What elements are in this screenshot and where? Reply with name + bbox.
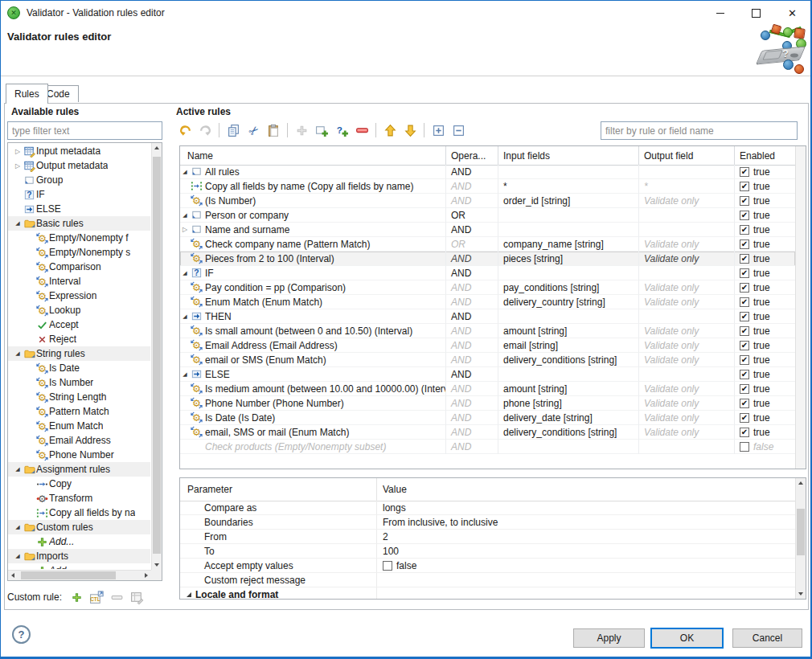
expander-collapsed-icon[interactable]: ▷ [13, 162, 23, 170]
tree-vscroll-thumb[interactable] [153, 157, 161, 554]
tree-item-output-metadata[interactable]: ▷Output metadata [8, 158, 150, 173]
parameter-value-cell[interactable]: 2 [377, 530, 795, 544]
tree-item-string-length[interactable]: ⚙String Length [8, 390, 150, 404]
enabled-checkbox[interactable] [740, 182, 749, 191]
parameter-row-boundaries[interactable]: BoundariesFrom inclusive, to inclusive [180, 515, 795, 530]
help-icon[interactable]: ? [12, 625, 31, 644]
add-condition-button[interactable]: ? [333, 121, 351, 139]
column-header-enabled[interactable]: Enabled [735, 146, 795, 165]
enabled-checkbox[interactable] [740, 428, 749, 437]
maximize-button[interactable] [738, 1, 774, 25]
tree-item-pattern-match[interactable]: ⚙Pattern Match [8, 404, 150, 419]
expander-expanded-icon[interactable]: ◢ [13, 466, 23, 473]
expander-expanded-icon[interactable]: ◢ [13, 553, 23, 559]
parameter-row-accept-empty-values[interactable]: Accept empty valuesfalse [180, 559, 795, 573]
tree-item-basic-rules[interactable]: ◢Basic rules [8, 216, 150, 231]
tree-item-add[interactable]: Add... [8, 563, 150, 569]
move-down-button[interactable] [401, 121, 419, 139]
move-up-button[interactable] [381, 121, 399, 139]
expander-expanded-icon[interactable]: ◢ [13, 524, 23, 530]
expander-expanded-icon[interactable]: ◢ [13, 220, 23, 227]
enabled-checkbox[interactable] [740, 355, 749, 365]
expand-all-button[interactable] [429, 121, 447, 139]
remove-button[interactable] [353, 121, 371, 139]
tree-item-enum-match[interactable]: ⚙Enum Match [8, 419, 150, 433]
enabled-checkbox[interactable] [740, 167, 749, 177]
rules-table-scrollbar[interactable] [795, 146, 806, 469]
scroll-up-icon[interactable] [154, 146, 159, 149]
tree-item-string-rules[interactable]: ◢String rules [8, 346, 150, 361]
apply-button[interactable]: Apply [573, 628, 645, 648]
expander-collapsed-icon[interactable]: ▷ [180, 226, 190, 233]
enabled-checkbox[interactable] [740, 326, 749, 336]
expander-expanded-icon[interactable]: ◢ [180, 313, 190, 320]
rule-row-pay-condition-pp-comparison[interactable]: ⚙Pay condition = pp (Comparison)ANDpay_c… [180, 280, 795, 295]
enabled-checkbox[interactable] [740, 254, 749, 264]
rule-row-is-date-is-date[interactable]: ⚙Is Date (Is Date)ANDdelivery_date [stri… [180, 411, 795, 425]
minimize-button[interactable] [702, 1, 738, 25]
scroll-left-icon[interactable] [11, 573, 14, 578]
expander-expanded-icon[interactable]: ◢ [180, 212, 190, 219]
rule-row-email-or-sms-enum-match[interactable]: ⚙email or SMS (Enum Match)ANDdelivery_co… [180, 353, 795, 367]
tree-item-else[interactable]: ELSE [8, 202, 150, 216]
tree-item-copy-all-fields-by-na[interactable]: Copy all fields by na [8, 506, 150, 520]
tree-item-if[interactable]: ?IF [8, 187, 150, 202]
tree-item-assignment-rules[interactable]: ◢Assignment rules [8, 462, 150, 477]
enabled-checkbox[interactable] [740, 268, 749, 278]
tree-hscroll-thumb[interactable] [21, 571, 116, 579]
rule-row-phone-number-phone-number[interactable]: ⚙Phone Number (Phone Number)ANDphone [st… [180, 396, 795, 411]
tree-item-empty-nonempty-f[interactable]: ⚙Empty/Nonempty f [8, 231, 150, 245]
expander-expanded-icon[interactable] [187, 592, 191, 597]
expander-expanded-icon[interactable]: ◢ [180, 169, 190, 175]
rule-row-check-company-name-pattern-match[interactable]: ⚙Check company name (Pattern Match)ORcom… [180, 237, 795, 252]
rule-row-email-sms-or-mail-enum-match[interactable]: ⚙email, SMS or mail (Enum Match)ANDdeliv… [180, 425, 795, 440]
tree-item-comparison[interactable]: ⚙Comparison [8, 260, 150, 274]
parameter-row-locale-and-format[interactable]: Locale and format [180, 587, 795, 600]
enabled-checkbox[interactable] [740, 297, 749, 307]
enabled-checkbox[interactable] [740, 283, 749, 293]
parameter-row-custom-reject-message[interactable]: Custom reject message [180, 573, 795, 587]
enabled-checkbox[interactable] [740, 196, 749, 206]
rule-row-copy-all-fields-by-name-copy-all-fields-[interactable]: Copy all fields by name (Copy all fields… [180, 179, 795, 194]
rule-row-then[interactable]: ◢THENANDtrue [180, 309, 795, 324]
tree-item-input-metadata[interactable]: ▷Input metadata [8, 144, 150, 158]
parameter-value-cell[interactable]: 100 [377, 544, 795, 559]
parameter-row-to[interactable]: To100 [180, 544, 795, 559]
enabled-checkbox[interactable] [740, 312, 749, 321]
tree-item-is-number[interactable]: ⚙Is Number [8, 375, 150, 390]
enabled-checkbox[interactable] [740, 370, 749, 379]
tree-item-add[interactable]: Add... [8, 534, 150, 549]
parameter-value-cell[interactable]: From inclusive, to inclusive [377, 515, 795, 530]
active-rules-filter-input[interactable] [601, 121, 798, 140]
rule-row-person-or-company[interactable]: ◢Person or companyORtrue [180, 208, 795, 223]
cancel-button[interactable]: Cancel [732, 628, 802, 648]
column-header-value[interactable]: Value [377, 478, 795, 501]
enabled-checkbox[interactable] [740, 384, 749, 394]
rule-row-name-and-surname[interactable]: ▷Name and surnameANDtrue [180, 223, 795, 237]
value-checkbox[interactable] [383, 561, 392, 571]
rule-row-email-address-email-address[interactable]: ⚙Email Address (Email Address)ANDemail [… [180, 338, 795, 353]
rule-row-enum-match-enum-match[interactable]: ⚙Enum Match (Enum Match)ANDdelivery_coun… [180, 295, 795, 309]
parameter-value-cell[interactable] [377, 573, 795, 587]
tree-item-lookup[interactable]: ⚙Lookup [8, 303, 150, 317]
enabled-checkbox[interactable] [740, 399, 749, 408]
cut-button[interactable]: ✂ [244, 121, 262, 139]
tree-item-transform[interactable]: ⚙Transform [8, 491, 150, 506]
enabled-checkbox[interactable] [740, 225, 749, 235]
column-header-parameter[interactable]: Parameter [180, 478, 377, 501]
rule-row-else[interactable]: ◢ELSEANDtrue [180, 367, 795, 382]
parameter-value-cell[interactable]: false [377, 559, 795, 573]
collapse-all-button[interactable] [449, 121, 467, 139]
add-ctl-rule-button[interactable]: CTL [88, 590, 105, 604]
tree-item-empty-nonempty-s[interactable]: ⚙Empty/Nonempty s [8, 245, 150, 260]
rule-row-check-products-empty-nonempty-subset[interactable]: Check products (Empty/Nonempty subset)AN… [180, 440, 795, 454]
expander-expanded-icon[interactable]: ◢ [180, 270, 190, 276]
enabled-checkbox[interactable] [740, 239, 749, 249]
parameter-row-from[interactable]: From2 [180, 530, 795, 544]
tree-item-phone-number[interactable]: ⚙Phone Number [8, 448, 150, 462]
tree-item-reject[interactable]: Reject [8, 332, 150, 346]
tree-vertical-scrollbar[interactable] [151, 143, 162, 570]
scroll-down-icon[interactable] [798, 592, 803, 596]
scroll-down-icon[interactable] [154, 563, 159, 567]
rule-row-is-number[interactable]: ⚙(Is Number)ANDorder_id [string]Validate… [180, 194, 795, 208]
